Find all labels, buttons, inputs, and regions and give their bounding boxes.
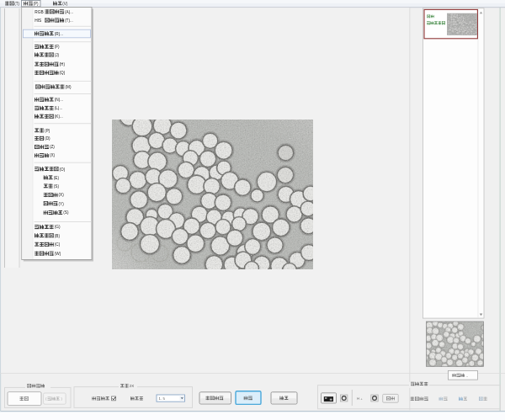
svg-text:H +: H +: [357, 396, 363, 401]
svg-text:(D): (D): [45, 136, 50, 141]
svg-text:(W): (W): [55, 252, 61, 256]
svg-text:(T)...: (T)...: [65, 19, 73, 23]
svg-text:(R)...: (R)...: [55, 32, 63, 36]
svg-text:(H): (H): [60, 62, 66, 66]
svg-text:(E): (E): [54, 176, 60, 180]
svg-text:(K)...: (K)...: [55, 114, 63, 119]
svg-text:(G): (G): [55, 225, 61, 229]
svg-text:(M): (M): [66, 85, 72, 89]
svg-text:(P): (P): [45, 129, 50, 133]
svg-text:(F): (F): [55, 45, 60, 49]
svg-text:RGB: RGB: [35, 10, 43, 14]
svg-text:(J): (J): [55, 53, 60, 57]
svg-text:(Y): (Y): [59, 202, 65, 206]
svg-text:(S): (S): [54, 184, 60, 189]
svg-text:(B): (B): [55, 234, 61, 238]
svg-text:(O): (O): [60, 167, 66, 172]
svg-text:2X: 2X: [130, 384, 134, 388]
svg-text:(V): (V): [62, 2, 68, 6]
svg-text:(X): (X): [59, 193, 65, 197]
svg-text:(X): (X): [50, 153, 56, 157]
svg-text:1. 5: 1. 5: [159, 396, 166, 401]
svg-text:(Q): (Q): [60, 71, 66, 75]
svg-text:(L)...: (L)...: [55, 106, 63, 110]
svg-text:(Z): (Z): [50, 145, 55, 149]
svg-text:(C): (C): [55, 242, 61, 247]
svg-text:(T): (T): [14, 2, 19, 6]
svg-text:(A)...: (A)...: [65, 10, 73, 14]
svg-text:..: ..: [466, 374, 468, 378]
svg-text:(P): (P): [33, 2, 39, 6]
svg-text:(N)...: (N)...: [55, 98, 63, 102]
svg-text:HIS: HIS: [35, 19, 41, 23]
svg-text:(S): (S): [63, 210, 69, 215]
